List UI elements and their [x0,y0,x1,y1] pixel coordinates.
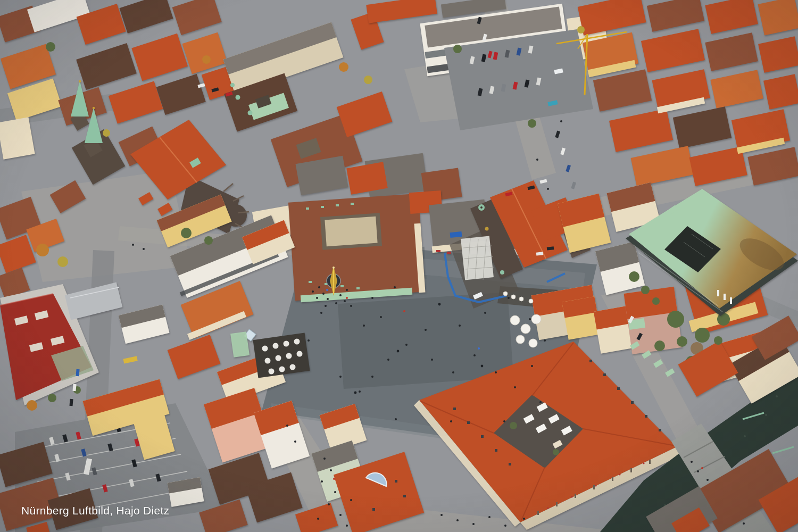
vignette-overlay [0,0,798,532]
photo-credit-watermark: Nürnberg Luftbild, Hajo Dietz [21,504,169,517]
aerial-photo-nuremberg: Nürnberg Luftbild, Hajo Dietz [0,0,798,532]
aerial-scene [0,0,798,532]
